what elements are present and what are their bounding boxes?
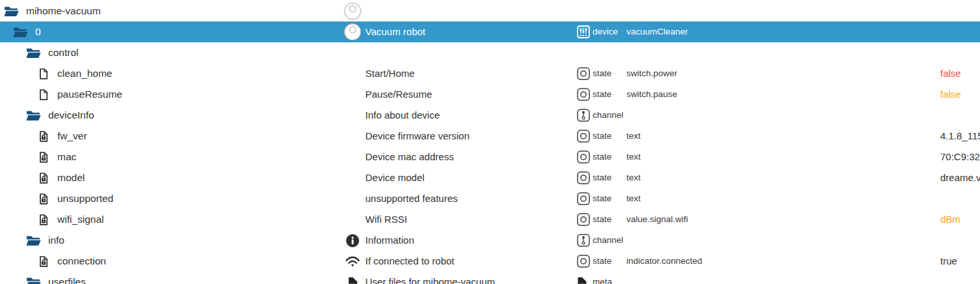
- object-type-label: state: [593, 251, 611, 272]
- object-type-label: state: [593, 147, 611, 167]
- object-row-unsupported[interactable]: unsupportedunsupported features statetex…: [0, 188, 980, 209]
- tree-item-wifi_signal[interactable]: wifi_signal: [0, 209, 104, 230]
- object-description: Information: [365, 230, 414, 251]
- state-type-icon: [577, 188, 590, 209]
- folder-open-icon: [13, 27, 28, 38]
- vacuum-robot-icon: [344, 1, 361, 21]
- object-id-label: mac: [57, 151, 76, 163]
- object-value[interactable]: false: [940, 84, 961, 105]
- object-row-fw_ver[interactable]: fw_verDevice firmware version statetext4…: [0, 126, 980, 147]
- tree-item-userfiles[interactable]: userfiles: [0, 272, 86, 284]
- object-value[interactable]: true: [940, 251, 957, 272]
- tree-item-connection[interactable]: connection: [0, 251, 106, 272]
- object-description: unsupported features: [365, 188, 458, 209]
- object-row-model[interactable]: modelDevice model statetextdreame.v: [0, 167, 980, 188]
- object-row-connection[interactable]: connection If connected to robot statein…: [0, 251, 980, 272]
- tree-item-pauseResume[interactable]: pauseResume: [0, 84, 122, 105]
- object-id-label: pauseResume: [57, 89, 122, 100]
- object-type-label: device: [593, 21, 618, 42]
- object-value[interactable]: false: [940, 63, 961, 84]
- object-description: Device firmware version: [365, 126, 469, 147]
- object-description: Start/Home: [365, 63, 415, 84]
- device-type-icon: [577, 21, 590, 42]
- info-icon: [344, 230, 361, 251]
- document-lock-icon: [39, 193, 48, 205]
- object-id-label: unsupported: [57, 193, 113, 205]
- object-row-info[interactable]: info Information channel: [0, 230, 980, 251]
- object-value[interactable]: 70:C9:32:: [940, 147, 980, 167]
- document-lock-icon: [39, 173, 48, 184]
- object-type-label: state: [593, 209, 611, 230]
- object-id-label: control: [48, 47, 79, 59]
- object-id-label: clean_home: [57, 68, 112, 79]
- object-type-label: channel: [593, 105, 623, 126]
- object-role-label: vacuumCleaner: [626, 21, 688, 42]
- folder-open-icon: [26, 48, 41, 59]
- state-type-icon: [577, 147, 590, 167]
- meta-type-icon: [577, 272, 587, 284]
- state-type-icon: [577, 167, 590, 188]
- object-description: User files for mihome-vacuum: [365, 272, 495, 284]
- object-row-mac[interactable]: macDevice mac address statetext70:C9:32:: [0, 147, 980, 167]
- object-row-mihome-vacuum[interactable]: mihome-vacuum: [0, 1, 980, 21]
- object-row-wifi_signal[interactable]: wifi_signalWifi RSSI statevalue.signal.w…: [0, 209, 980, 230]
- tree-item-0[interactable]: 0: [0, 21, 41, 42]
- tree-item-info[interactable]: info: [0, 230, 64, 251]
- channel-type-icon: [577, 105, 590, 126]
- object-row-0[interactable]: 0 Vacuum robot devicevacuumCleaner: [0, 21, 980, 42]
- object-role-label: indicator.connected: [626, 251, 702, 272]
- object-role-label: text: [626, 147, 641, 167]
- object-row-deviceInfo[interactable]: deviceInfoInfo about device channel: [0, 105, 980, 126]
- object-type-label: channel: [593, 230, 623, 251]
- tree-item-control[interactable]: control: [0, 42, 79, 63]
- file-icon: [344, 272, 361, 284]
- document-icon: [39, 68, 48, 79]
- object-row-userfiles[interactable]: userfiles User files for mihome-vacuum m…: [0, 272, 980, 284]
- object-row-pauseResume[interactable]: pauseResumePause/Resume stateswitch.paus…: [0, 84, 980, 105]
- tree-item-fw_ver[interactable]: fw_ver: [0, 126, 87, 147]
- tree-item-clean_home[interactable]: clean_home: [0, 63, 112, 84]
- folder-open-icon: [26, 235, 41, 246]
- object-type-label: state: [593, 126, 611, 147]
- object-id-label: model: [57, 172, 85, 184]
- object-row-clean_home[interactable]: clean_homeStart/Home stateswitch.powerfa…: [0, 63, 980, 84]
- object-id-label: userfiles: [48, 276, 86, 284]
- document-lock-icon: [39, 152, 48, 163]
- object-id-label: 0: [35, 26, 41, 38]
- object-value[interactable]: 4.1.8_115: [940, 126, 980, 147]
- document-lock-icon: [39, 256, 48, 267]
- tree-item-model[interactable]: model: [0, 167, 85, 188]
- object-id-label: fw_ver: [57, 130, 87, 142]
- tree-item-deviceInfo[interactable]: deviceInfo: [0, 105, 94, 126]
- tree-item-mac[interactable]: mac: [0, 147, 76, 167]
- folder-open-icon: [26, 277, 41, 284]
- object-tree: mihome-vacuum 0 Vacuum robot devicevacuu…: [0, 0, 980, 284]
- object-id-label: connection: [57, 255, 106, 267]
- document-icon: [39, 89, 48, 100]
- object-type-label: state: [593, 84, 611, 105]
- document-lock-icon: [39, 214, 48, 225]
- state-type-icon: [577, 63, 590, 84]
- object-description: Vacuum robot: [365, 21, 425, 42]
- object-description: Info about device: [365, 105, 440, 126]
- object-description: Pause/Resume: [365, 84, 432, 105]
- object-id-label: deviceInfo: [48, 109, 94, 121]
- object-type-label: state: [593, 188, 611, 209]
- channel-type-icon: [577, 230, 590, 251]
- vacuum-robot-icon: [344, 21, 361, 42]
- object-description: Device mac address: [365, 147, 454, 167]
- object-role-label: text: [626, 126, 641, 147]
- tree-item-unsupported[interactable]: unsupported: [0, 188, 113, 209]
- object-description: If connected to robot: [365, 251, 455, 272]
- document-lock-icon: [39, 131, 48, 142]
- object-value[interactable]: dreame.v: [940, 167, 980, 188]
- object-type-label: state: [593, 167, 611, 188]
- wifi-icon: [344, 251, 361, 272]
- object-value[interactable]: dBm: [940, 209, 960, 230]
- object-row-control[interactable]: control: [0, 42, 980, 63]
- object-type-label: state: [593, 63, 611, 84]
- object-role-label: switch.pause: [626, 84, 677, 105]
- tree-item-mihome-vacuum[interactable]: mihome-vacuum: [0, 1, 101, 21]
- folder-open-icon: [26, 110, 41, 121]
- object-description: Device model: [365, 167, 425, 188]
